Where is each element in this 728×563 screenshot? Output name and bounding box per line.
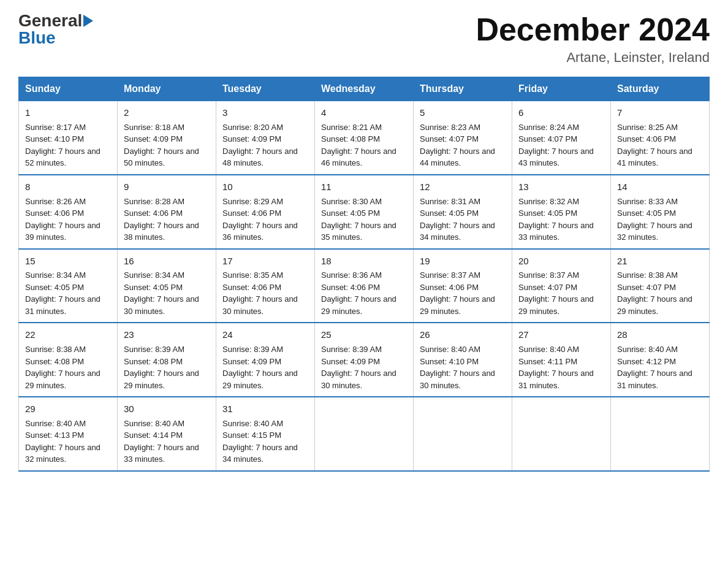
calendar-cell: 23Sunrise: 8:39 AMSunset: 4:08 PMDayligh… — [118, 323, 216, 397]
day-number: 13 — [518, 180, 604, 194]
day-info: Sunrise: 8:38 AMSunset: 4:07 PMDaylight:… — [617, 269, 703, 317]
calendar-cell — [315, 397, 414, 471]
day-number: 20 — [518, 255, 604, 268]
calendar-cell: 1Sunrise: 8:17 AMSunset: 4:10 PMDaylight… — [19, 101, 118, 175]
day-info: Sunrise: 8:40 AMSunset: 4:14 PMDaylight:… — [124, 418, 210, 465]
day-number: 28 — [617, 328, 703, 342]
day-info: Sunrise: 8:36 AMSunset: 4:06 PMDaylight:… — [321, 269, 407, 317]
calendar-cell: 15Sunrise: 8:34 AMSunset: 4:05 PMDayligh… — [19, 249, 118, 323]
day-info: Sunrise: 8:34 AMSunset: 4:05 PMDaylight:… — [25, 269, 111, 317]
calendar-cell: 11Sunrise: 8:30 AMSunset: 4:05 PMDayligh… — [315, 175, 414, 249]
day-number: 3 — [222, 106, 308, 120]
calendar-location: Artane, Leinster, Ireland — [476, 50, 710, 66]
day-number: 9 — [124, 180, 210, 194]
day-number: 10 — [222, 180, 308, 194]
day-info: Sunrise: 8:38 AMSunset: 4:08 PMDaylight:… — [25, 343, 111, 391]
page-header: General Blue December 2024 Artane, Leins… — [18, 12, 710, 66]
day-info: Sunrise: 8:40 AMSunset: 4:13 PMDaylight:… — [25, 418, 111, 465]
calendar-cell: 22Sunrise: 8:38 AMSunset: 4:08 PMDayligh… — [19, 323, 118, 397]
day-info: Sunrise: 8:29 AMSunset: 4:06 PMDaylight:… — [222, 196, 308, 243]
day-info: Sunrise: 8:39 AMSunset: 4:08 PMDaylight:… — [124, 343, 210, 391]
calendar-cell: 17Sunrise: 8:35 AMSunset: 4:06 PMDayligh… — [216, 249, 315, 323]
day-number: 27 — [518, 328, 604, 342]
calendar-cell: 24Sunrise: 8:39 AMSunset: 4:09 PMDayligh… — [216, 323, 315, 397]
day-number: 12 — [420, 180, 506, 194]
logo: General Blue — [18, 12, 93, 47]
day-info: Sunrise: 8:24 AMSunset: 4:07 PMDaylight:… — [518, 121, 604, 169]
day-info: Sunrise: 8:31 AMSunset: 4:05 PMDaylight:… — [420, 196, 506, 243]
day-number: 1 — [25, 106, 111, 120]
calendar-cell: 3Sunrise: 8:20 AMSunset: 4:09 PMDaylight… — [216, 101, 315, 175]
day-info: Sunrise: 8:25 AMSunset: 4:06 PMDaylight:… — [617, 121, 703, 169]
day-number: 19 — [420, 255, 506, 268]
day-info: Sunrise: 8:39 AMSunset: 4:09 PMDaylight:… — [321, 343, 407, 391]
day-info: Sunrise: 8:37 AMSunset: 4:06 PMDaylight:… — [420, 269, 506, 317]
calendar-cell: 8Sunrise: 8:26 AMSunset: 4:06 PMDaylight… — [19, 175, 118, 249]
day-number: 21 — [617, 255, 703, 268]
calendar-title: December 2024 — [476, 12, 710, 47]
day-number: 5 — [420, 106, 506, 120]
calendar-cell: 6Sunrise: 8:24 AMSunset: 4:07 PMDaylight… — [512, 101, 611, 175]
column-header-tuesday: Tuesday — [216, 77, 315, 101]
day-number: 26 — [420, 328, 506, 342]
title-block: December 2024 Artane, Leinster, Ireland — [476, 12, 710, 66]
day-number: 30 — [124, 402, 210, 416]
day-number: 14 — [617, 180, 703, 194]
day-number: 31 — [222, 402, 308, 416]
day-info: Sunrise: 8:40 AMSunset: 4:11 PMDaylight:… — [518, 343, 604, 391]
calendar-cell: 10Sunrise: 8:29 AMSunset: 4:06 PMDayligh… — [216, 175, 315, 249]
column-header-saturday: Saturday — [611, 77, 710, 101]
day-info: Sunrise: 8:23 AMSunset: 4:07 PMDaylight:… — [420, 121, 506, 169]
calendar-cell — [414, 397, 512, 471]
day-info: Sunrise: 8:21 AMSunset: 4:08 PMDaylight:… — [321, 121, 407, 169]
day-number: 24 — [222, 328, 308, 342]
day-info: Sunrise: 8:35 AMSunset: 4:06 PMDaylight:… — [222, 269, 308, 317]
calendar-week-row: 8Sunrise: 8:26 AMSunset: 4:06 PMDaylight… — [19, 175, 710, 249]
day-info: Sunrise: 8:26 AMSunset: 4:06 PMDaylight:… — [25, 196, 111, 243]
calendar-week-row: 29Sunrise: 8:40 AMSunset: 4:13 PMDayligh… — [19, 397, 710, 471]
day-info: Sunrise: 8:18 AMSunset: 4:09 PMDaylight:… — [124, 121, 210, 169]
day-number: 23 — [124, 328, 210, 342]
calendar-cell: 16Sunrise: 8:34 AMSunset: 4:05 PMDayligh… — [118, 249, 216, 323]
calendar-week-row: 15Sunrise: 8:34 AMSunset: 4:05 PMDayligh… — [19, 249, 710, 323]
calendar-cell: 28Sunrise: 8:40 AMSunset: 4:12 PMDayligh… — [611, 323, 710, 397]
day-info: Sunrise: 8:40 AMSunset: 4:12 PMDaylight:… — [617, 343, 703, 391]
column-header-thursday: Thursday — [414, 77, 512, 101]
day-number: 17 — [222, 255, 308, 268]
calendar-cell: 14Sunrise: 8:33 AMSunset: 4:05 PMDayligh… — [611, 175, 710, 249]
day-number: 22 — [25, 328, 111, 342]
day-number: 8 — [25, 180, 111, 194]
day-number: 11 — [321, 180, 407, 194]
calendar-cell: 18Sunrise: 8:36 AMSunset: 4:06 PMDayligh… — [315, 249, 414, 323]
calendar-table: SundayMondayTuesdayWednesdayThursdayFrid… — [18, 77, 710, 472]
calendar-cell: 12Sunrise: 8:31 AMSunset: 4:05 PMDayligh… — [414, 175, 512, 249]
day-number: 25 — [321, 328, 407, 342]
calendar-cell: 9Sunrise: 8:28 AMSunset: 4:06 PMDaylight… — [118, 175, 216, 249]
day-info: Sunrise: 8:34 AMSunset: 4:05 PMDaylight:… — [124, 269, 210, 317]
day-info: Sunrise: 8:40 AMSunset: 4:10 PMDaylight:… — [420, 343, 506, 391]
column-header-monday: Monday — [118, 77, 216, 101]
calendar-cell: 13Sunrise: 8:32 AMSunset: 4:05 PMDayligh… — [512, 175, 611, 249]
day-number: 16 — [124, 255, 210, 268]
day-info: Sunrise: 8:40 AMSunset: 4:15 PMDaylight:… — [222, 418, 308, 465]
calendar-week-row: 22Sunrise: 8:38 AMSunset: 4:08 PMDayligh… — [19, 323, 710, 397]
column-header-wednesday: Wednesday — [315, 77, 414, 101]
logo-blue-text: Blue — [18, 29, 56, 47]
day-number: 4 — [321, 106, 407, 120]
day-info: Sunrise: 8:30 AMSunset: 4:05 PMDaylight:… — [321, 196, 407, 243]
calendar-week-row: 1Sunrise: 8:17 AMSunset: 4:10 PMDaylight… — [19, 101, 710, 175]
column-header-friday: Friday — [512, 77, 611, 101]
logo-arrow-icon — [83, 15, 93, 27]
calendar-cell: 29Sunrise: 8:40 AMSunset: 4:13 PMDayligh… — [19, 397, 118, 471]
calendar-cell — [512, 397, 611, 471]
calendar-cell: 4Sunrise: 8:21 AMSunset: 4:08 PMDaylight… — [315, 101, 414, 175]
day-info: Sunrise: 8:20 AMSunset: 4:09 PMDaylight:… — [222, 121, 308, 169]
logo-general-text: General — [18, 12, 82, 29]
day-number: 7 — [617, 106, 703, 120]
day-info: Sunrise: 8:39 AMSunset: 4:09 PMDaylight:… — [222, 343, 308, 391]
day-number: 15 — [25, 255, 111, 268]
calendar-cell: 26Sunrise: 8:40 AMSunset: 4:10 PMDayligh… — [414, 323, 512, 397]
calendar-cell: 20Sunrise: 8:37 AMSunset: 4:07 PMDayligh… — [512, 249, 611, 323]
day-info: Sunrise: 8:28 AMSunset: 4:06 PMDaylight:… — [124, 196, 210, 243]
day-info: Sunrise: 8:32 AMSunset: 4:05 PMDaylight:… — [518, 196, 604, 243]
